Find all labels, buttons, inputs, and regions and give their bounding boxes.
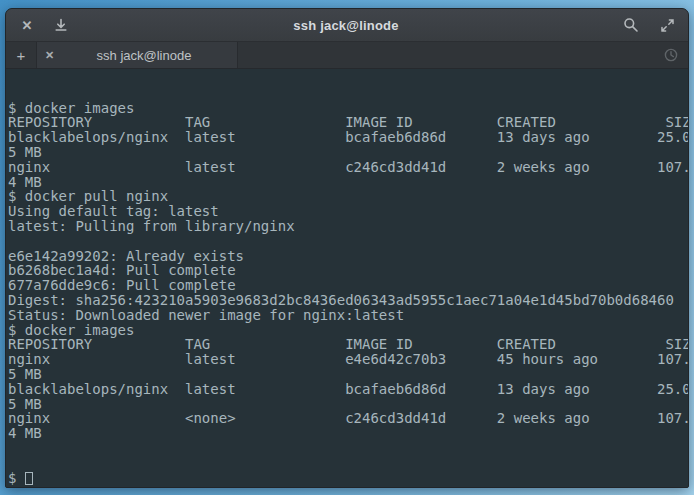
tab-close-button[interactable]: ✕ [45,49,59,62]
tab-title: ssh jack@linode [59,48,229,63]
titlebar[interactable]: ✕ ssh jack@linode [6,9,688,42]
history-icon [663,47,679,63]
shell-prompt: $ [8,471,25,486]
terminal-line: Status: Downloaded newer image for nginx… [8,308,686,323]
terminal-line: b6268bec1a4d: Pull complete [8,263,686,278]
terminal-line: $ docker images [8,323,686,338]
terminal-line: REPOSITORY TAG IMAGE ID CREATED SIZE [8,337,686,352]
titlebar-right-icons [622,16,676,34]
terminal-line: nginx latest e4e6d42c70b3 45 hours ago 1… [8,352,686,367]
terminal-cursor [25,472,33,485]
terminal-line: Digest: sha256:423210a5903e9683d2bc8436e… [8,293,686,308]
tabbar-spacer [238,42,654,68]
prompt-line: $ [8,471,686,487]
resize-button[interactable] [658,16,676,34]
terminal-window: ✕ ssh jack@linode [5,8,689,488]
download-icon [54,18,68,32]
window-close-button[interactable]: ✕ [18,16,36,34]
terminal-line: $ docker images [8,101,686,116]
search-icon [623,17,639,33]
terminal-line: latest: Pulling from library/nginx [8,219,686,234]
history-button[interactable] [654,42,688,68]
window-title: ssh jack@linode [86,18,606,33]
terminal-line: 4 MB [8,175,686,190]
terminal-line: 5 MB [8,145,686,160]
terminal-line: e6e142a99202: Already exists [8,249,686,264]
search-button[interactable] [622,16,640,34]
terminal-output: $ docker imagesREPOSITORY TAG IMAGE ID C… [8,101,686,441]
terminal-line: 5 MB [8,397,686,412]
terminal-line: REPOSITORY TAG IMAGE ID CREATED SIZE [8,115,686,130]
terminal-line: blacklabelops/nginx latest bcafaeb6d86d … [8,382,686,397]
terminal-line: blacklabelops/nginx latest bcafaeb6d86d … [8,130,686,145]
terminal-line [8,234,686,249]
terminal-line: nginx <none> c246cd3dd41d 2 weeks ago 10… [8,411,686,426]
terminal-line: nginx latest c246cd3dd41d 2 weeks ago 10… [8,160,686,175]
terminal-line: Using default tag: latest [8,204,686,219]
tab-ssh-session[interactable]: ✕ ssh jack@linode [37,42,238,68]
terminal-line: $ docker pull nginx [8,189,686,204]
tabbar: + ✕ ssh jack@linode [6,42,688,69]
terminal-line: 4 MB [8,426,686,441]
terminal-line: 5 MB [8,367,686,382]
terminal-line: 677a76dde9c6: Pull complete [8,278,686,293]
file-transfer-button[interactable] [52,16,70,34]
desktop: { "window": { "title": "ssh jack@linode"… [0,0,694,495]
terminal[interactable]: $ docker imagesREPOSITORY TAG IMAGE ID C… [6,69,688,487]
new-tab-button[interactable]: + [6,42,37,68]
expand-icon [660,18,675,33]
